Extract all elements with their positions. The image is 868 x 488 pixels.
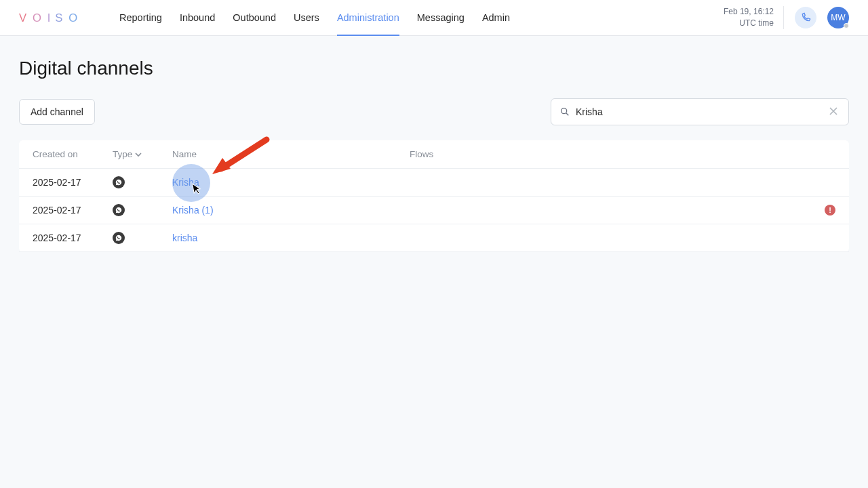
search-box[interactable]: [551, 98, 849, 125]
main-nav: Reporting Inbound Outbound Users Adminis…: [119, 0, 510, 35]
cell-name: krisha: [172, 232, 410, 243]
search-input[interactable]: [576, 106, 821, 117]
cell-status: !: [808, 205, 835, 216]
svg-point-5: [561, 108, 567, 114]
cell-type: [113, 204, 172, 216]
svg-text:O: O: [33, 12, 45, 24]
nav-reporting[interactable]: Reporting: [119, 0, 162, 35]
time-line2: UTC time: [724, 18, 774, 29]
whatsapp-icon: [113, 232, 125, 244]
avatar[interactable]: MW: [827, 7, 849, 28]
alert-icon[interactable]: !: [825, 205, 835, 216]
channels-table: Created on Type Name Flows 2025-02-17 Kr…: [19, 140, 849, 252]
channel-link[interactable]: krisha: [172, 232, 197, 243]
status-dot-icon: [844, 23, 849, 28]
th-type[interactable]: Type: [113, 149, 172, 159]
svg-text:I: I: [47, 12, 54, 24]
search-icon: [559, 106, 570, 117]
svg-text:O: O: [68, 12, 81, 24]
th-type-label: Type: [113, 149, 132, 159]
channel-link[interactable]: Krisha: [172, 177, 199, 188]
svg-line-6: [566, 113, 568, 115]
th-name[interactable]: Name: [172, 149, 410, 159]
cell-type: [113, 232, 172, 244]
cell-name: Krisha: [172, 177, 410, 188]
whatsapp-icon: [113, 176, 125, 188]
actions-row: Add channel: [19, 98, 849, 125]
cell-type: [113, 176, 172, 188]
chevron-down-icon: [135, 151, 142, 158]
phone-icon: [800, 12, 811, 23]
nav-inbound[interactable]: Inbound: [180, 0, 215, 35]
th-created[interactable]: Created on: [33, 149, 113, 159]
cell-created: 2025-02-17: [33, 177, 113, 188]
table-header: Created on Type Name Flows: [19, 140, 849, 169]
cell-created: 2025-02-17: [33, 205, 113, 216]
time-display: Feb 19, 16:12 UTC time: [724, 6, 784, 29]
table-row: 2025-02-17 Krisha (1) !: [19, 197, 849, 224]
svg-text:S: S: [55, 12, 66, 24]
nav-admin[interactable]: Admin: [482, 0, 510, 35]
th-flows[interactable]: Flows: [410, 149, 808, 159]
topbar: V O I S O Reporting Inbound Outbound Use…: [0, 0, 868, 36]
topbar-right: Feb 19, 16:12 UTC time MW: [724, 6, 849, 29]
nav-users[interactable]: Users: [294, 0, 319, 35]
whatsapp-icon: [113, 204, 125, 216]
logo[interactable]: V O I S O: [19, 11, 87, 24]
page-title: Digital channels: [19, 58, 849, 79]
add-channel-button[interactable]: Add channel: [19, 99, 95, 125]
nav-messaging[interactable]: Messaging: [417, 0, 465, 35]
nav-administration[interactable]: Administration: [337, 0, 399, 35]
channel-link[interactable]: Krisha (1): [172, 205, 214, 216]
close-icon: [829, 107, 837, 115]
nav-outbound[interactable]: Outbound: [233, 0, 276, 35]
table-row: 2025-02-17 Krisha: [19, 169, 849, 197]
phone-button[interactable]: [795, 7, 816, 28]
cell-name: Krisha (1): [172, 205, 410, 216]
avatar-initials: MW: [831, 13, 845, 22]
content: Digital channels Add channel Created on …: [0, 36, 868, 274]
time-line1: Feb 19, 16:12: [724, 6, 774, 18]
table-row: 2025-02-17 krisha: [19, 224, 849, 252]
clear-search-button[interactable]: [827, 103, 840, 121]
cell-created: 2025-02-17: [33, 232, 113, 243]
svg-text:V: V: [19, 12, 31, 24]
